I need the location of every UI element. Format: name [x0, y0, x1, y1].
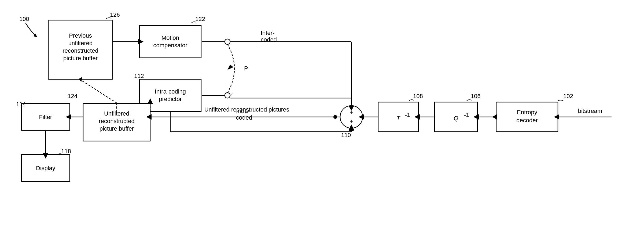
motion-comp-box [139, 26, 201, 58]
q-inv-label: Q [454, 115, 458, 121]
intra-coded-label: Intra- [236, 108, 250, 114]
ref-124: 124 [68, 93, 78, 99]
ref-106: 106 [471, 93, 481, 99]
display-label: Display [36, 165, 55, 171]
entropy-decoder-label2: decoder [516, 117, 538, 124]
intra-pred-label2: predictor [159, 96, 182, 102]
switch-circle-bottom [225, 93, 230, 98]
unfilt-buf-label3: picture buffer [100, 125, 134, 132]
plus-bottom: + [350, 118, 353, 125]
prev-buf-label3: reconstructed [62, 47, 98, 54]
ref-126: 126 [110, 11, 120, 18]
prev-buf-label4: picture buffer [63, 55, 98, 62]
diagram-container: Entropy decoder 102 Q -1 106 T -1 108 + … [0, 0, 644, 240]
ref-102: 102 [563, 93, 573, 99]
ref-100: 100 [19, 16, 29, 22]
selector-arrowhead-top [227, 65, 233, 70]
motion-comp-label1: Motion [161, 34, 179, 41]
ref-100-arrow [25, 23, 35, 35]
t-inv-label: T [396, 115, 400, 121]
ref-118: 118 [61, 148, 71, 155]
switch-circle-top [225, 39, 230, 44]
branch-dot [333, 115, 337, 119]
inter-coded-label2: coded [261, 36, 277, 43]
p-label: P [244, 65, 248, 72]
prev-buf-label2: unfiltered [68, 40, 93, 46]
prev-buf-label1: Previous [69, 32, 92, 39]
filter-label: Filter [39, 114, 52, 120]
ref-114: 114 [16, 101, 26, 108]
ref-112: 112 [134, 73, 144, 79]
intra-coded-label2: coded [236, 114, 252, 121]
t-inv-super: -1 [405, 112, 410, 118]
unfilt-buf-label2: reconstructed [99, 118, 134, 124]
intra-pred-label1: Intra-coding [155, 88, 186, 95]
entropy-decoder-label1: Entropy [517, 109, 537, 116]
ref-108: 108 [413, 93, 423, 99]
bitstream-label: bitstream [578, 108, 602, 114]
q-inv-super: -1 [464, 112, 469, 118]
inter-coded-label: Inter- [261, 30, 274, 36]
unfilt-to-prev-dashed [80, 80, 117, 103]
ref-110: 110 [341, 132, 351, 138]
motion-comp-label2: compensator [153, 42, 187, 49]
ref-122: 122 [195, 16, 205, 22]
